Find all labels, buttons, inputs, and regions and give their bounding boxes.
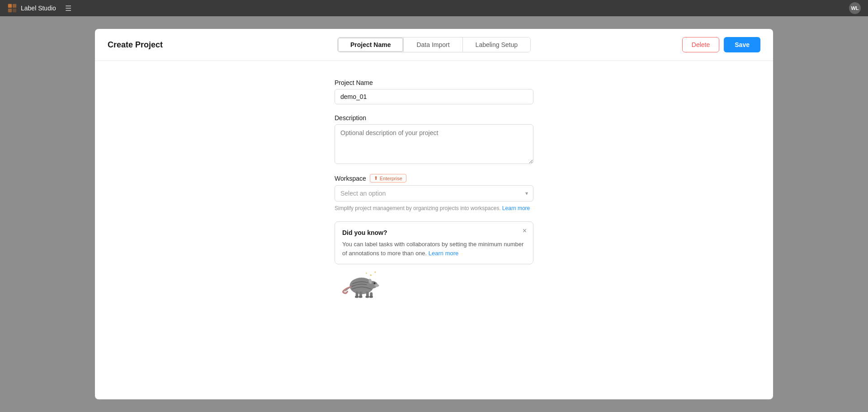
svg-rect-3 [13,9,16,12]
enterprise-icon: ⬆ [374,175,378,181]
workspace-label-row: Workspace ⬆ Enterprise [335,174,533,183]
workspace-label: Workspace [335,175,366,182]
svg-rect-1 [13,4,16,8]
modal-overlay: Create Project Project Name Data Import … [0,0,868,412]
description-label: Description [335,114,533,122]
top-bar: Label Studio ☰ WL [0,0,868,16]
svg-text:✦: ✦ [369,273,373,277]
svg-point-13 [365,296,369,298]
logo: Label Studio [7,3,56,13]
app-title: Label Studio [21,5,56,12]
workspace-hint: Simplify project management by organizin… [335,205,533,211]
workspace-hint-link[interactable]: Learn more [502,205,530,211]
svg-point-6 [373,282,375,284]
tab-project-name[interactable]: Project Name [338,37,403,52]
enterprise-badge: ⬆ Enterprise [370,174,406,183]
project-name-group: Project Name [335,79,533,104]
save-button[interactable]: Save [724,37,760,52]
create-project-modal: Create Project Project Name Data Import … [95,29,773,399]
modal-actions: Delete Save [679,37,760,52]
description-group: Description [335,114,533,164]
svg-point-14 [369,296,373,298]
tab-labeling-setup[interactable]: Labeling Setup [462,37,530,52]
modal-header: Create Project Project Name Data Import … [95,29,773,61]
project-name-input[interactable] [335,89,533,104]
did-you-know-card: × Did you know? You can label tasks with… [335,221,533,264]
svg-rect-2 [8,9,12,12]
form-container: Project Name Description Workspace ⬆ Ent… [335,79,533,299]
dyk-body: You can label tasks with collaborators b… [342,240,526,258]
workspace-select-wrapper: Select an option ▾ [335,185,533,201]
workspace-select[interactable]: Select an option [335,185,533,201]
mascot-container: ✦ ✦ ✦ [335,265,533,299]
hamburger-icon[interactable]: ☰ [65,4,71,13]
avatar[interactable]: WL [849,2,861,14]
svg-text:✦: ✦ [365,272,368,275]
svg-point-15 [355,296,359,298]
svg-point-16 [359,296,362,298]
dyk-learn-more-link[interactable]: Learn more [429,250,458,257]
workspace-hint-text: Simplify project management by organizin… [335,205,501,211]
svg-text:✦: ✦ [374,271,377,274]
svg-rect-0 [8,4,12,8]
workspace-group: Workspace ⬆ Enterprise Select an option … [335,174,533,211]
project-name-label: Project Name [335,79,533,86]
svg-point-7 [374,284,379,287]
close-icon[interactable]: × [523,227,527,234]
delete-button[interactable]: Delete [682,37,719,52]
modal-tabs: Project Name Data Import Labeling Setup [337,37,531,52]
armadillo-mascot: ✦ ✦ ✦ [339,265,384,299]
dyk-title: Did you know? [342,229,526,236]
modal-body: Project Name Description Workspace ⬆ Ent… [95,61,773,399]
label-studio-logo-icon [7,3,17,13]
enterprise-badge-text: Enterprise [380,176,402,181]
modal-title: Create Project [108,40,189,50]
description-textarea[interactable] [335,124,533,164]
tab-data-import[interactable]: Data Import [403,37,462,52]
